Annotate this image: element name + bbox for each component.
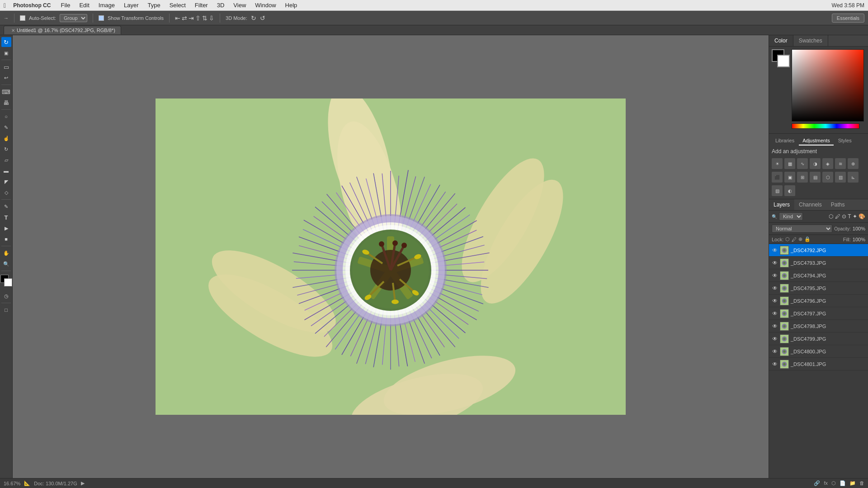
quick-mask-tool[interactable]: ◷ <box>1 291 11 301</box>
menu-type[interactable]: Type <box>143 1 165 9</box>
layer-visibility-toggle[interactable]: 👁 <box>772 272 778 279</box>
background-color-swatch[interactable] <box>4 278 12 286</box>
layer-visibility-toggle[interactable]: 👁 <box>772 247 778 253</box>
layer-item[interactable]: 👁 _DSC4795.JPG <box>769 282 868 295</box>
shape-tool[interactable]: ■ <box>1 234 11 244</box>
layer-visibility-toggle[interactable]: 👁 <box>772 298 778 304</box>
mask-icon[interactable]: ⬡ <box>831 480 836 486</box>
layer-item[interactable]: 👁 _DSC4797.JPG <box>769 307 868 320</box>
brightness-contrast-icon[interactable]: ☀ <box>772 158 783 169</box>
essentials-button[interactable]: Essentials <box>832 14 864 23</box>
color-balance-icon[interactable]: ⊕ <box>848 158 859 169</box>
zoom-icon[interactable]: 📐 <box>24 480 30 486</box>
layer-item[interactable]: 👁 _DSC4799.JPG <box>769 333 868 345</box>
layer-item[interactable]: 👁 _DSC4800.JPG <box>769 345 868 358</box>
background-swatch[interactable] <box>777 55 790 67</box>
layer-item[interactable]: 👁 _DSC4793.JPG <box>769 257 868 269</box>
rectangular-marquee-tool[interactable]: ▭ <box>1 62 11 72</box>
color-picker[interactable] <box>792 49 865 129</box>
vibrance-icon[interactable]: ◈ <box>822 158 833 169</box>
menu-window[interactable]: Window <box>250 1 280 9</box>
lock-transparent-icon[interactable]: ⬡ <box>785 236 790 242</box>
lasso-tool[interactable]: ↩ <box>1 73 11 83</box>
filter-kind-select[interactable]: Kind <box>779 212 803 221</box>
selective-color-icon[interactable]: ◐ <box>784 185 795 196</box>
folder-icon[interactable]: 📁 <box>849 480 856 486</box>
spot-healing-brush-tool[interactable]: ○ <box>1 112 11 122</box>
channel-mixer-icon[interactable]: ⊞ <box>797 172 808 183</box>
posterize-icon[interactable]: ▥ <box>835 172 846 183</box>
levels-icon[interactable]: ▦ <box>784 158 795 169</box>
clone-stamp-tool[interactable]: ☝ <box>1 133 11 143</box>
artboard-tool[interactable]: ▣ <box>1 48 11 58</box>
layer-visibility-toggle[interactable]: 👁 <box>772 310 778 317</box>
photo-filter-icon[interactable]: ▣ <box>784 172 795 183</box>
eyedropper-tool[interactable]: 🖶 <box>1 98 11 108</box>
fx-icon[interactable]: fx <box>824 480 828 486</box>
tab-swatches[interactable]: Swatches <box>793 35 828 46</box>
path-selection-tool[interactable]: ▶ <box>1 223 11 233</box>
tab-layers[interactable]: Layers <box>769 199 794 210</box>
hand-tool[interactable]: ✋ <box>1 248 11 258</box>
tab-channels[interactable]: Channels <box>794 199 826 210</box>
pen-tool[interactable]: ✎ <box>1 202 11 211</box>
menu-select[interactable]: Select <box>165 1 190 9</box>
align-top-icon[interactable]: ⇧ <box>195 14 201 22</box>
new-layer-icon[interactable]: 📄 <box>840 480 846 486</box>
blend-mode-select[interactable]: Normal <box>772 225 832 233</box>
menu-layer[interactable]: Layer <box>119 1 143 9</box>
type-tool[interactable]: T <box>1 212 11 222</box>
menu-view[interactable]: View <box>229 1 250 9</box>
history-brush-tool[interactable]: ↻ <box>1 144 11 154</box>
align-bottom-icon[interactable]: ⇩ <box>209 14 214 22</box>
menu-3d[interactable]: 3D <box>212 1 229 9</box>
invert-icon[interactable]: ⬡ <box>822 172 833 183</box>
lock-image-icon[interactable]: 🖊 <box>792 237 797 242</box>
brush-tool[interactable]: ✎ <box>1 122 11 132</box>
3d-rotate-icon[interactable]: ↻ <box>251 14 256 22</box>
black-white-icon[interactable]: ⬛ <box>772 172 783 183</box>
gradient-map-icon[interactable]: ▨ <box>772 185 783 196</box>
move-tool[interactable]: ↻ <box>1 37 11 47</box>
tab-styles[interactable]: Styles <box>835 136 855 145</box>
auto-select-checkbox[interactable] <box>20 15 25 21</box>
gradient-tool[interactable]: ▬ <box>1 166 11 176</box>
opacity-value[interactable]: 100% <box>853 226 865 231</box>
blur-tool[interactable]: ◤ <box>1 177 11 187</box>
screen-mode-button[interactable]: □ <box>1 305 11 315</box>
show-transform-checkbox[interactable] <box>99 15 104 21</box>
dodge-tool[interactable]: ◇ <box>1 188 11 197</box>
eraser-tool[interactable]: ▱ <box>1 155 11 165</box>
document-tab[interactable]: ✕ Untitled1 @ 16.7% (DSC4792.JPG, RGB/8*… <box>4 26 121 34</box>
layer-visibility-toggle[interactable]: 👁 <box>772 361 778 367</box>
lock-all-icon[interactable]: 🔒 <box>804 236 811 242</box>
align-center-v-icon[interactable]: ⇅ <box>202 14 208 22</box>
exposure-icon[interactable]: ◑ <box>810 158 821 169</box>
tab-paths[interactable]: Paths <box>826 199 849 210</box>
link-icon[interactable]: 🔗 <box>814 480 820 486</box>
layer-item[interactable]: 👁 _DSC4801.JPG <box>769 358 868 371</box>
layer-visibility-toggle[interactable]: 👁 <box>772 285 778 291</box>
menu-image[interactable]: Image <box>94 1 119 9</box>
tab-color[interactable]: Color <box>769 35 793 46</box>
menu-filter[interactable]: Filter <box>190 1 212 9</box>
align-right-icon[interactable]: ⇥ <box>189 14 194 22</box>
layer-visibility-toggle[interactable]: 👁 <box>772 348 778 355</box>
menu-help[interactable]: Help <box>281 1 302 9</box>
fill-value[interactable]: 100% <box>853 237 865 242</box>
menu-edit[interactable]: Edit <box>75 1 94 9</box>
3d-orbit-icon[interactable]: ↺ <box>260 14 265 22</box>
color-gradient[interactable] <box>792 49 864 122</box>
lock-position-icon[interactable]: ⊕ <box>798 236 802 242</box>
doc-size-arrow[interactable]: ▶ <box>81 480 85 486</box>
align-left-icon[interactable]: ⇤ <box>175 14 180 22</box>
color-lookup-icon[interactable]: ▤ <box>810 172 821 183</box>
layer-item[interactable]: 👁 _DSC4796.JPG <box>769 295 868 307</box>
threshold-icon[interactable]: ⊾ <box>848 172 859 183</box>
tab-libraries[interactable]: Libraries <box>772 136 798 145</box>
auto-select-dropdown[interactable]: Group Layer <box>60 14 87 22</box>
hsl-icon[interactable]: ≋ <box>835 158 846 169</box>
curves-icon[interactable]: ∿ <box>797 158 808 169</box>
layer-visibility-toggle[interactable]: 👁 <box>772 260 778 266</box>
tab-close-icon[interactable]: ✕ <box>11 28 15 33</box>
